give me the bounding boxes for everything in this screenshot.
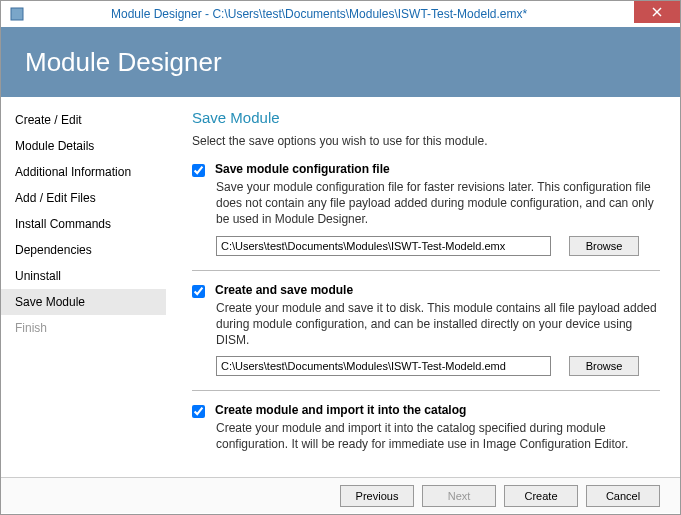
option-label: Save module configuration file (215, 162, 390, 176)
close-icon (652, 7, 662, 17)
close-button[interactable] (634, 1, 680, 23)
browse-button[interactable]: Browse (569, 356, 639, 376)
option-label: Create module and import it into the cat… (215, 403, 466, 417)
option-header: Create and save module (192, 283, 660, 298)
sidebar-item-finish[interactable]: Finish (1, 315, 166, 341)
option-block: Save module configuration fileSave your … (192, 162, 660, 256)
next-button[interactable]: Next (422, 485, 496, 507)
sidebar-item-save-module[interactable]: Save Module (1, 289, 166, 315)
option-header: Save module configuration file (192, 162, 660, 177)
previous-button[interactable]: Previous (340, 485, 414, 507)
sidebar-item-module-details[interactable]: Module Details (1, 133, 166, 159)
option-block: Create module and import it into the cat… (192, 403, 660, 452)
option-label: Create and save module (215, 283, 353, 297)
sidebar-item-install-commands[interactable]: Install Commands (1, 211, 166, 237)
content-pane: Save Module Select the save options you … (166, 97, 680, 477)
divider (192, 390, 660, 391)
option-description: Create your module and save it to disk. … (216, 300, 660, 349)
option-header: Create module and import it into the cat… (192, 403, 660, 418)
option-checkbox[interactable] (192, 164, 205, 177)
app-icon (9, 6, 25, 22)
path-input[interactable] (216, 236, 551, 256)
header-title: Module Designer (25, 47, 222, 78)
header: Module Designer (1, 27, 680, 97)
body: Create / EditModule DetailsAdditional In… (1, 97, 680, 477)
divider (192, 270, 660, 271)
sidebar-item-uninstall[interactable]: Uninstall (1, 263, 166, 289)
cancel-button[interactable]: Cancel (586, 485, 660, 507)
option-checkbox[interactable] (192, 405, 205, 418)
create-button[interactable]: Create (504, 485, 578, 507)
option-checkbox[interactable] (192, 285, 205, 298)
footer: Previous Next Create Cancel (1, 477, 680, 513)
option-block: Create and save moduleCreate your module… (192, 283, 660, 377)
path-row: Browse (216, 356, 660, 376)
sidebar-item-create-edit[interactable]: Create / Edit (1, 107, 166, 133)
option-description: Create your module and import it into th… (216, 420, 660, 452)
sidebar-item-dependencies[interactable]: Dependencies (1, 237, 166, 263)
sidebar-item-additional-information[interactable]: Additional Information (1, 159, 166, 185)
section-title: Save Module (192, 109, 660, 126)
browse-button[interactable]: Browse (569, 236, 639, 256)
sidebar: Create / EditModule DetailsAdditional In… (1, 97, 166, 477)
path-input[interactable] (216, 356, 551, 376)
titlebar: Module Designer - C:\Users\test\Document… (1, 1, 680, 27)
path-row: Browse (216, 236, 660, 256)
option-description: Save your module configuration file for … (216, 179, 660, 228)
window-title: Module Designer - C:\Users\test\Document… (31, 7, 634, 21)
svg-rect-0 (11, 8, 23, 20)
sidebar-item-add-edit-files[interactable]: Add / Edit Files (1, 185, 166, 211)
section-subtitle: Select the save options you wish to use … (192, 134, 660, 148)
